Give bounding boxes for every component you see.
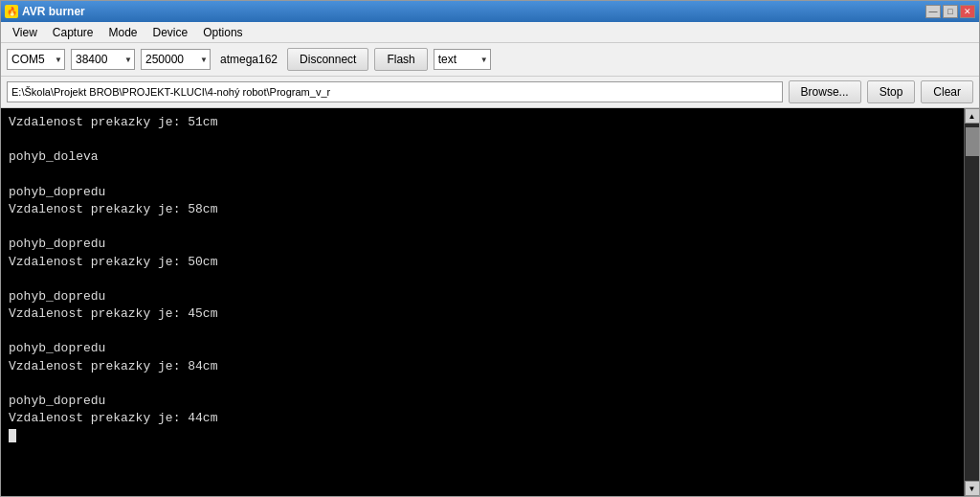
filepath-input[interactable]: [7, 81, 783, 102]
maximize-button[interactable]: □: [943, 5, 958, 18]
main-window: 🔥 AVR burner — □ ✕ View Capture Mode Dev…: [0, 0, 980, 497]
clear-button[interactable]: Clear: [921, 80, 973, 103]
scroll-up-button[interactable]: ▲: [965, 108, 980, 124]
title-bar: 🔥 AVR burner — □ ✕: [1, 1, 979, 22]
disconnect-button[interactable]: Disconnect: [287, 48, 368, 71]
window-title: AVR burner: [22, 5, 85, 18]
title-bar-buttons: — □ ✕: [925, 5, 975, 18]
console-area: Vzdalenost prekazky je: 51cm pohyb_dolev…: [1, 108, 979, 496]
scrollbar-thumb[interactable]: [966, 127, 979, 156]
baud2-select[interactable]: 250000 500000 1000000: [141, 49, 211, 70]
menu-mode[interactable]: Mode: [101, 24, 145, 41]
stop-button[interactable]: Stop: [867, 80, 916, 103]
menu-capture[interactable]: Capture: [45, 24, 101, 41]
baud2-wrapper: 250000 500000 1000000 ▼: [141, 49, 211, 70]
title-bar-left: 🔥 AVR burner: [5, 5, 85, 18]
menu-view[interactable]: View: [5, 24, 45, 41]
com-port-select[interactable]: COM5 COM1 COM2 COM3 COM4 COM6: [7, 49, 65, 70]
app-icon: 🔥: [5, 5, 18, 18]
toolbar-row1: COM5 COM1 COM2 COM3 COM4 COM6 ▼ 38400 96…: [1, 43, 979, 77]
toolbar-row2: Browse... Stop Clear: [1, 77, 979, 108]
baud-rate-select[interactable]: 38400 9600 19200 57600 115200: [71, 49, 135, 70]
menu-options[interactable]: Options: [195, 24, 250, 41]
com-port-wrapper: COM5 COM1 COM2 COM3 COM4 COM6 ▼: [7, 49, 65, 70]
chip-label: atmega162: [216, 53, 281, 66]
format-wrapper: text hex binary ▼: [434, 49, 491, 70]
console-cursor: [9, 429, 16, 442]
scrollbar-track[interactable]: [966, 124, 979, 481]
scroll-down-button[interactable]: ▼: [965, 481, 980, 496]
menu-bar: View Capture Mode Device Options: [1, 22, 979, 43]
console-output: Vzdalenost prekazky je: 51cm pohyb_dolev…: [1, 108, 964, 496]
menu-device[interactable]: Device: [145, 24, 196, 41]
minimize-button[interactable]: —: [925, 5, 941, 18]
close-button[interactable]: ✕: [960, 5, 975, 18]
browse-button[interactable]: Browse...: [789, 80, 861, 103]
format-select[interactable]: text hex binary: [434, 49, 491, 70]
baud-rate-wrapper: 38400 9600 19200 57600 115200 ▼: [71, 49, 135, 70]
console-scrollbar: ▲ ▼: [964, 108, 979, 496]
flash-button[interactable]: Flash: [374, 48, 427, 71]
